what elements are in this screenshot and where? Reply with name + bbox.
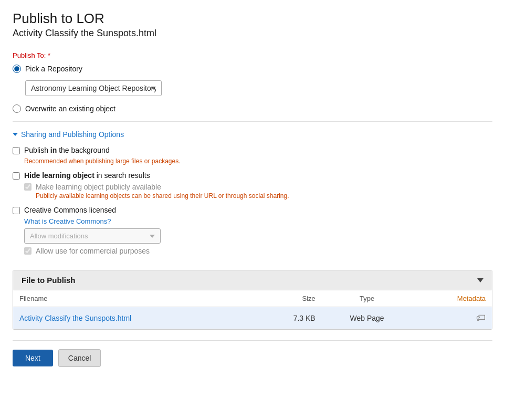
cc-licensed-option: Creative Commons licensed What is Creati… bbox=[13, 206, 492, 255]
file-to-publish-section: File to Publish Filename Size Type Metad… bbox=[13, 270, 492, 330]
make-public-hint: Publicly available learning objects can … bbox=[36, 192, 492, 200]
col-type: Type bbox=[322, 290, 413, 307]
radio-pick-repository-input[interactable] bbox=[13, 65, 21, 73]
cell-metadata: 🏷 bbox=[412, 307, 492, 329]
cc-licensed-label[interactable]: Creative Commons licensed bbox=[24, 206, 116, 214]
hide-search-row: Hide learning object in search results bbox=[13, 171, 492, 180]
radio-pick-repository[interactable]: Pick a Repository bbox=[13, 65, 492, 73]
radio-pick-repository-label[interactable]: Pick a Repository bbox=[25, 65, 82, 73]
publish-bg-option: Publish in the background Recommended wh… bbox=[13, 146, 492, 165]
col-filename: Filename bbox=[13, 290, 255, 307]
repository-dropdown-wrapper: Astronomy Learning Object Repository bbox=[25, 80, 492, 96]
radio-overwrite-label[interactable]: Overwrite an existing object bbox=[25, 104, 115, 113]
sharing-chevron-icon bbox=[13, 133, 18, 136]
required-marker: * bbox=[48, 51, 50, 59]
make-public-label: Make learning object publicly available bbox=[36, 183, 161, 191]
allow-commercial-checkbox[interactable] bbox=[24, 247, 31, 255]
file-publish-header: File to Publish bbox=[13, 270, 492, 290]
hide-search-label[interactable]: Hide learning object in search results bbox=[24, 171, 150, 180]
cc-link[interactable]: What is Creative Commons? bbox=[24, 217, 492, 225]
col-metadata: Metadata bbox=[412, 290, 492, 307]
make-public-row: Make learning object publicly available bbox=[24, 183, 492, 191]
col-size: Size bbox=[255, 290, 322, 307]
allow-commercial-sub: Allow use for commercial purposes bbox=[24, 247, 492, 255]
footer-buttons: Next Cancel bbox=[13, 340, 492, 371]
table-row: Activity Classify the Sunspots.html 7.3 … bbox=[13, 307, 492, 329]
publish-to-label: Publish To: * bbox=[13, 51, 492, 59]
radio-overwrite-input[interactable] bbox=[13, 104, 21, 113]
allow-commercial-label: Allow use for commercial purposes bbox=[36, 247, 150, 255]
table-header-row: Filename Size Type Metadata bbox=[13, 290, 492, 307]
hide-search-option: Hide learning object in search results M… bbox=[13, 171, 492, 200]
file-publish-title: File to Publish bbox=[22, 276, 76, 285]
file-publish-chevron-icon bbox=[477, 278, 483, 282]
next-button[interactable]: Next bbox=[13, 350, 53, 366]
make-public-sub-option: Make learning object publicly available … bbox=[24, 183, 492, 200]
make-public-checkbox[interactable] bbox=[24, 183, 31, 191]
sharing-section: Sharing and Publishing Options Publish i… bbox=[13, 130, 492, 255]
cc-licensed-row: Creative Commons licensed bbox=[13, 206, 492, 214]
publish-bg-checkbox[interactable] bbox=[13, 147, 20, 154]
page-container: Publish to LOR Activity Classify the Sun… bbox=[0, 0, 505, 382]
file-table: Filename Size Type Metadata Activity Cla… bbox=[13, 290, 492, 329]
cc-licensed-checkbox[interactable] bbox=[13, 207, 20, 214]
radio-overwrite[interactable]: Overwrite an existing object bbox=[13, 104, 492, 113]
allow-commercial-row: Allow use for commercial purposes bbox=[24, 247, 492, 255]
page-subtitle: Activity Classify the Sunspots.html bbox=[13, 28, 492, 39]
cc-dropdown[interactable]: Allow modifications bbox=[24, 228, 161, 244]
cell-filename: Activity Classify the Sunspots.html bbox=[13, 307, 255, 329]
file-link[interactable]: Activity Classify the Sunspots.html bbox=[19, 314, 131, 322]
repository-dropdown[interactable]: Astronomy Learning Object Repository bbox=[25, 80, 162, 96]
sharing-title: Sharing and Publishing Options bbox=[21, 130, 124, 139]
publish-to-section: Publish To: * Pick a Repository Astronom… bbox=[13, 51, 492, 113]
page-title: Publish to LOR bbox=[13, 10, 492, 27]
publish-bg-label[interactable]: Publish in the background bbox=[24, 146, 110, 154]
cell-size: 7.3 KB bbox=[255, 307, 322, 329]
cell-type: Web Page bbox=[322, 307, 413, 329]
hide-search-checkbox[interactable] bbox=[13, 172, 20, 180]
cc-dropdown-wrapper: Allow modifications bbox=[24, 228, 492, 244]
publish-bg-row: Publish in the background bbox=[13, 146, 492, 154]
divider bbox=[13, 121, 492, 122]
cancel-button[interactable]: Cancel bbox=[58, 349, 101, 367]
sharing-header: Sharing and Publishing Options bbox=[13, 130, 492, 139]
publish-bg-hint: Recommended when publishing large files … bbox=[24, 158, 492, 165]
publish-to-radio-group: Pick a Repository Astronomy Learning Obj… bbox=[13, 65, 492, 113]
metadata-icon[interactable]: 🏷 bbox=[476, 312, 486, 323]
